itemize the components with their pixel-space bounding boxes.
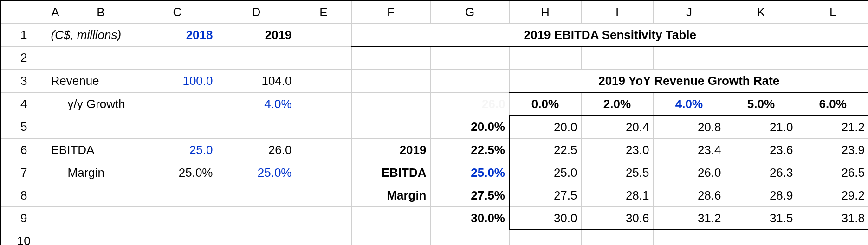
- row-8: 8 Margin 27.5% 27.5 28.1 28.6 28.9 29.2: [0, 184, 868, 207]
- sens-0-2: 20.8: [653, 116, 725, 139]
- sens-4-1: 30.6: [581, 207, 653, 230]
- row-1: 1 (C$, millions) 2018 2019 2019 EBITDA S…: [0, 24, 868, 47]
- sensitivity-title: 2019 EBITDA Sensitivity Table: [351, 24, 868, 47]
- ebitda-label: EBITDA: [47, 139, 138, 161]
- margin-2019: 25.0%: [217, 161, 296, 184]
- col-header-a: A: [47, 0, 64, 24]
- row-header-3: 3: [0, 70, 47, 93]
- year-2019: 2019: [217, 24, 296, 47]
- sensitivity-anchor: 26.0: [430, 92, 509, 116]
- sens-4-0: 30.0: [509, 207, 581, 230]
- row-4: 4 y/y Growth 4.0% 26.0 0.0% 2.0% 4.0% 5.…: [0, 92, 868, 116]
- spreadsheet-table: A B C D E F G H I J K L 1 (C$, millions)…: [0, 0, 868, 245]
- row-header-9: 9: [0, 207, 47, 230]
- sens-0-3: 21.0: [725, 116, 797, 139]
- col-header-k: K: [725, 0, 797, 24]
- sens-1-3: 23.6: [725, 139, 797, 161]
- sens-0-0: 20.0: [509, 116, 581, 139]
- row-5: 5 20.0% 20.0 20.4 20.8 21.0 21.2: [0, 116, 868, 139]
- growth-title: 2019 YoY Revenue Growth Rate: [509, 70, 868, 93]
- row-header-10: 10: [0, 230, 47, 245]
- col-header-f: F: [351, 0, 430, 24]
- ebitda-2018: 25.0: [138, 139, 217, 161]
- sens-2-3: 26.3: [725, 161, 797, 184]
- col-header-c: C: [138, 0, 217, 24]
- revenue-2018: 100.0: [138, 70, 217, 93]
- margin-pct-0: 20.0%: [430, 116, 509, 139]
- sens-1-1: 23.0: [581, 139, 653, 161]
- col-header-g: G: [430, 0, 509, 24]
- row-header-1: 1: [0, 24, 47, 47]
- margin-pct-2: 25.0%: [430, 161, 509, 184]
- margin-pct-1: 22.5%: [430, 139, 509, 161]
- margin-2018: 25.0%: [138, 161, 217, 184]
- col-header-e: E: [296, 0, 351, 24]
- sens-3-4: 29.2: [797, 184, 868, 207]
- corner-cell: [0, 0, 47, 24]
- revenue-2019: 104.0: [217, 70, 296, 93]
- sens-2-1: 25.5: [581, 161, 653, 184]
- revenue-label: Revenue: [47, 70, 138, 93]
- sens-3-1: 28.1: [581, 184, 653, 207]
- sens-3-0: 27.5: [509, 184, 581, 207]
- row-6: 6 EBITDA 25.0 26.0 2019 22.5% 22.5 23.0 …: [0, 139, 868, 161]
- row-7: 7 Margin 25.0% 25.0% EBITDA 25.0% 25.0 2…: [0, 161, 868, 184]
- col-header-l: L: [797, 0, 868, 24]
- row-9: 9 30.0% 30.0 30.6 31.2 31.5 31.8: [0, 207, 868, 230]
- row-10: 10: [0, 230, 868, 245]
- row-3: 3 Revenue 100.0 104.0 2019 YoY Revenue G…: [0, 70, 868, 93]
- growth-pct-1: 2.0%: [581, 92, 653, 116]
- sens-4-3: 31.5: [725, 207, 797, 230]
- sens-1-0: 22.5: [509, 139, 581, 161]
- margin-pct-3: 27.5%: [430, 184, 509, 207]
- sens-4-4: 31.8: [797, 207, 868, 230]
- sens-rowlabel-2019: 2019: [351, 139, 430, 161]
- sens-2-2: 26.0: [653, 161, 725, 184]
- sens-4-2: 31.2: [653, 207, 725, 230]
- row-header-7: 7: [0, 161, 47, 184]
- sens-2-4: 26.5: [797, 161, 868, 184]
- sens-3-3: 28.9: [725, 184, 797, 207]
- sens-1-2: 23.4: [653, 139, 725, 161]
- growth-pct-4: 6.0%: [797, 92, 868, 116]
- column-header-row: A B C D E F G H I J K L: [0, 0, 868, 24]
- col-header-b: B: [64, 0, 138, 24]
- row-header-2: 2: [0, 46, 47, 70]
- col-header-h: H: [509, 0, 581, 24]
- growth-pct-3: 5.0%: [725, 92, 797, 116]
- units-label: (C$, millions): [47, 24, 138, 47]
- cell-e1: [296, 24, 351, 47]
- sens-2-0: 25.0: [509, 161, 581, 184]
- margin-label: Margin: [64, 161, 138, 184]
- year-2018: 2018: [138, 24, 217, 47]
- col-header-j: J: [653, 0, 725, 24]
- sens-0-4: 21.2: [797, 116, 868, 139]
- sens-3-2: 28.6: [653, 184, 725, 207]
- row-header-4: 4: [0, 92, 47, 116]
- col-header-d: D: [217, 0, 296, 24]
- row-header-8: 8: [0, 184, 47, 207]
- col-header-i: I: [581, 0, 653, 24]
- growth-pct-2: 4.0%: [653, 92, 725, 116]
- ebitda-2019: 26.0: [217, 139, 296, 161]
- yy-growth-label: y/y Growth: [64, 92, 138, 116]
- sens-0-1: 20.4: [581, 116, 653, 139]
- row-header-6: 6: [0, 139, 47, 161]
- sens-rowlabel-ebitda: EBITDA: [351, 161, 430, 184]
- row-header-5: 5: [0, 116, 47, 139]
- sens-rowlabel-margin: Margin: [351, 184, 430, 207]
- yy-growth-2019: 4.0%: [217, 92, 296, 116]
- margin-pct-4: 30.0%: [430, 207, 509, 230]
- sens-1-4: 23.9: [797, 139, 868, 161]
- growth-pct-0: 0.0%: [509, 92, 581, 116]
- row-2: 2: [0, 46, 868, 70]
